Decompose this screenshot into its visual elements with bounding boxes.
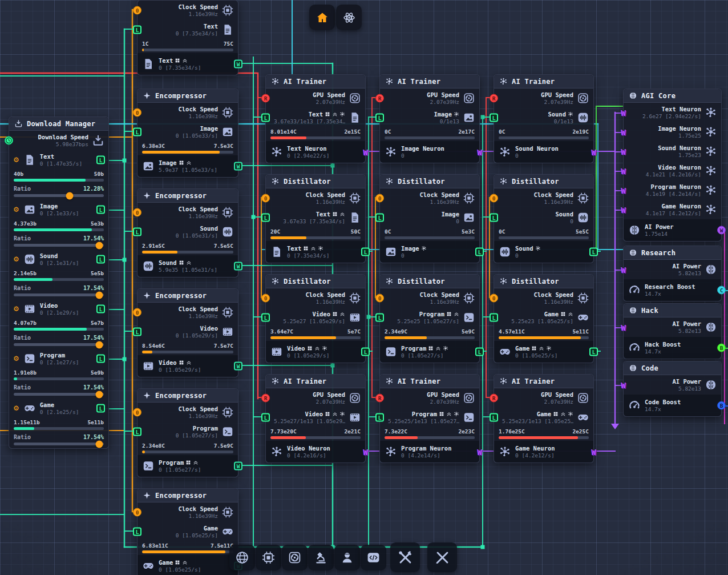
output-port[interactable]: W: [361, 148, 370, 156]
coding-button[interactable]: [361, 545, 386, 570]
edit-tools-button[interactable]: [427, 542, 457, 572]
input-port[interactable]: 0: [375, 294, 384, 303]
output-port[interactable]: W: [475, 148, 484, 156]
input-port[interactable]: L: [133, 328, 141, 336]
input-port[interactable]: L: [133, 128, 141, 136]
slider-knob[interactable]: [96, 291, 103, 299]
input-port[interactable]: 0: [133, 408, 141, 417]
output-port[interactable]: L: [589, 348, 598, 356]
output-port[interactable]: L: [361, 348, 370, 356]
ratio-slider[interactable]: [14, 244, 104, 247]
node-header[interactable]: AI Trainer: [266, 375, 365, 388]
home-button[interactable]: [309, 5, 335, 30]
input-port[interactable]: 0: [261, 194, 270, 203]
output-port[interactable]: L: [96, 305, 105, 313]
input-port[interactable]: W: [619, 128, 628, 136]
gear-icon[interactable]: ⚙: [13, 256, 19, 263]
tools-button[interactable]: [390, 542, 420, 572]
input-port[interactable]: 0: [490, 294, 498, 303]
input-port[interactable]: L: [375, 214, 384, 222]
input-port[interactable]: R: [261, 394, 270, 403]
input-port[interactable]: W: [619, 323, 628, 332]
node-header[interactable]: Distillator: [266, 175, 365, 188]
input-port[interactable]: R: [490, 94, 498, 103]
node-header[interactable]: Encompressor: [137, 489, 238, 502]
input-port[interactable]: L: [133, 528, 141, 536]
output-port[interactable]: L: [96, 404, 105, 413]
gear-icon[interactable]: ⚙: [13, 156, 19, 163]
input-port[interactable]: 0: [133, 508, 141, 517]
gear-icon[interactable]: ⚙: [13, 206, 19, 213]
output-port[interactable]: L: [96, 355, 105, 363]
gpu-button[interactable]: [282, 545, 308, 570]
input-port[interactable]: W: [619, 147, 628, 156]
node-header[interactable]: Hack: [624, 304, 721, 317]
input-port[interactable]: 0: [490, 194, 498, 203]
node-graph-canvas[interactable]: Download ManagerDownload Speed5.98e37bps…: [0, 0, 728, 575]
input-port[interactable]: L: [375, 413, 384, 422]
node-header[interactable]: Code: [624, 361, 721, 375]
input-port[interactable]: L: [261, 413, 270, 422]
input-port[interactable]: 0: [133, 308, 141, 317]
output-port[interactable]: W: [234, 462, 242, 471]
slider-knob[interactable]: [96, 440, 103, 448]
input-port[interactable]: L: [375, 313, 384, 322]
input-port[interactable]: W: [619, 167, 628, 175]
output-port[interactable]: L: [96, 206, 105, 214]
output-port[interactable]: C: [717, 286, 726, 295]
input-port[interactable]: L: [490, 313, 498, 322]
input-port[interactable]: [5, 136, 13, 145]
input-port[interactable]: L: [133, 26, 141, 34]
input-port[interactable]: W: [619, 266, 628, 274]
output-port[interactable]: W: [234, 162, 242, 171]
slider-knob[interactable]: [96, 391, 103, 398]
ratio-slider[interactable]: [14, 393, 104, 396]
input-port[interactable]: 0: [261, 294, 270, 303]
output-port[interactable]: W: [234, 60, 242, 69]
input-port[interactable]: 0: [133, 208, 141, 217]
output-port[interactable]: L: [361, 248, 370, 256]
output-port[interactable]: L: [475, 248, 484, 256]
node-header[interactable]: Distillator: [494, 275, 593, 288]
node-header[interactable]: Distillator: [380, 175, 479, 188]
output-port[interactable]: L: [475, 348, 484, 356]
ratio-slider[interactable]: [14, 293, 104, 296]
slider-knob[interactable]: [66, 192, 73, 199]
input-port[interactable]: L: [490, 114, 498, 122]
input-port[interactable]: 0: [133, 6, 141, 15]
node-header[interactable]: Encompressor: [137, 89, 238, 103]
input-port[interactable]: L: [490, 214, 498, 222]
input-port[interactable]: L: [490, 413, 498, 422]
output-port[interactable]: W: [234, 362, 242, 371]
node-header[interactable]: AI Trainer: [380, 375, 479, 388]
output-port[interactable]: W: [717, 226, 726, 235]
node-header[interactable]: Encompressor: [137, 289, 238, 303]
node-header[interactable]: AGI Core: [624, 89, 721, 103]
input-port[interactable]: L: [133, 228, 141, 236]
node-header[interactable]: Download Manager: [9, 117, 108, 131]
node-header[interactable]: Distillator: [266, 275, 365, 288]
output-port[interactable]: W: [589, 448, 598, 456]
input-port[interactable]: L: [261, 214, 270, 222]
research-tree-button[interactable]: [336, 5, 362, 30]
input-port[interactable]: R: [375, 394, 384, 403]
input-port[interactable]: R: [375, 94, 384, 103]
input-port[interactable]: L: [261, 114, 270, 122]
node-header[interactable]: Distillator: [494, 175, 593, 188]
output-port[interactable]: B: [717, 401, 726, 410]
input-port[interactable]: W: [619, 186, 628, 195]
node-header[interactable]: Encompressor: [137, 189, 238, 203]
input-port[interactable]: R: [490, 394, 498, 403]
gear-icon[interactable]: ⚙: [13, 355, 19, 362]
gear-icon[interactable]: ⚙: [13, 405, 19, 412]
node-header[interactable]: AI Trainer: [266, 75, 365, 89]
slider-knob[interactable]: [96, 341, 103, 348]
ratio-slider[interactable]: [14, 343, 104, 346]
output-port[interactable]: W: [361, 448, 370, 456]
input-port[interactable]: 0: [133, 108, 141, 117]
input-port[interactable]: L: [261, 313, 270, 322]
hacker-button[interactable]: [334, 545, 360, 570]
ratio-slider[interactable]: [14, 443, 104, 445]
node-header[interactable]: Encompressor: [137, 389, 238, 403]
network-button[interactable]: [229, 545, 255, 570]
